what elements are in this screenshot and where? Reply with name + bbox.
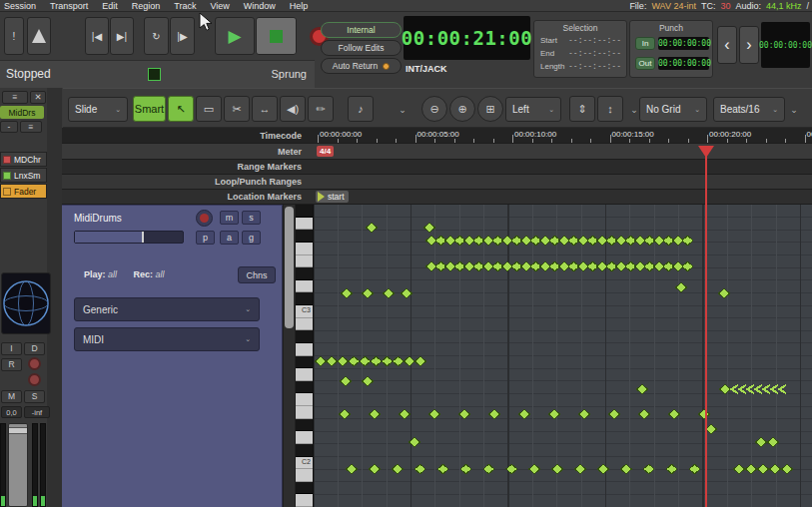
cut-tool-button[interactable]: ✂ — [224, 96, 250, 122]
track-gain-slider[interactable] — [74, 231, 184, 244]
goto-start-button[interactable]: |◀ — [85, 17, 109, 55]
grid-mode-select[interactable]: No Grid ⌄ — [639, 97, 707, 122]
scroll-forward-button[interactable]: › — [739, 26, 759, 64]
strip-record-button[interactable]: R — [1, 358, 22, 371]
panner-widget[interactable] — [1, 272, 51, 334]
record-enable-button[interactable] — [196, 210, 213, 227]
track-name[interactable]: MidiDrums — [74, 213, 122, 224]
punch-in-button[interactable]: In — [635, 37, 655, 50]
gain-fader[interactable] — [8, 423, 28, 507]
slider-thumb[interactable] — [142, 232, 144, 243]
grab-tool-button[interactable]: ↖ — [168, 96, 194, 122]
selection-row-value[interactable]: --:--:--:-- — [568, 62, 621, 71]
track-group-button[interactable]: g — [242, 231, 261, 245]
piano-keyboard[interactable]: C3C2 — [296, 205, 314, 507]
piano-white-key[interactable] — [296, 280, 313, 293]
snap-unit-select[interactable]: Beats/16 ⌄ — [713, 97, 785, 122]
piano-black-key[interactable] — [296, 230, 313, 243]
menu-transport[interactable]: Transport — [50, 0, 88, 12]
zoom-session-button[interactable]: ⊞ — [477, 96, 503, 122]
piano-black-key[interactable] — [296, 356, 313, 369]
play-range-button[interactable]: |▶ — [170, 17, 195, 55]
piano-black-key[interactable] — [296, 482, 313, 495]
piano-white-key[interactable] — [296, 218, 313, 231]
location-marker-start[interactable]: start — [316, 191, 349, 203]
menu-track[interactable]: Track — [174, 0, 196, 12]
gain-knob[interactable] — [28, 373, 41, 386]
follow-edits-toggle[interactable]: Follow Edits — [321, 40, 402, 56]
menu-region[interactable]: Region — [132, 0, 161, 12]
piano-black-key[interactable] — [296, 267, 313, 280]
ruler-row-location-markers[interactable]: Location Markersstart — [62, 190, 812, 205]
scroll-back-button[interactable]: ‹ — [717, 26, 737, 64]
play-button[interactable]: ▶ — [215, 17, 255, 55]
midi-bank-select[interactable]: Generic ⌄ — [74, 297, 260, 321]
piano-black-key[interactable] — [296, 419, 313, 432]
piano-white-key[interactable] — [296, 255, 313, 268]
strip-solo-button[interactable]: S — [24, 390, 45, 403]
selection-row-value[interactable]: --:--:--:-- — [568, 49, 621, 58]
track-mute-button[interactable]: m — [220, 211, 239, 225]
edit-note-tool-button[interactable]: ♪ — [348, 96, 374, 122]
track-automation-button[interactable]: a — [220, 231, 239, 245]
zoom-out-button[interactable]: ⊖ — [421, 96, 447, 122]
sync-source-label[interactable]: INT/JACK — [406, 64, 447, 74]
piano-white-key[interactable] — [296, 393, 313, 406]
secondary-clock[interactable]: 00:00:00:00 — [761, 22, 810, 68]
primary-clock[interactable]: 00:00:21:00 — [404, 16, 530, 60]
playhead-line[interactable] — [705, 146, 707, 507]
piano-black-key[interactable] — [296, 205, 313, 218]
draw-tool-button[interactable]: ✏ — [308, 96, 334, 122]
track-solo-button[interactable]: s — [242, 211, 261, 225]
overflow-chevron-icon[interactable]: ⌄ — [627, 101, 641, 119]
piano-white-key[interactable] — [296, 406, 313, 419]
zoom-in-button[interactable]: ⊕ — [449, 96, 475, 122]
strip-track-chip[interactable]: MidDrs — [0, 106, 44, 119]
track-header-mididrums[interactable]: MidiDrums m s p a g Play: all Rec: all C… — [62, 205, 283, 507]
internal-toggle[interactable]: Internal — [321, 22, 402, 38]
shrink-tracks-button[interactable]: ⇕ — [569, 96, 595, 122]
ruler-row-loop-punch-ranges[interactable]: Loop/Punch Ranges — [62, 175, 812, 190]
piano-white-key[interactable] — [296, 368, 313, 381]
input-button[interactable]: I — [1, 342, 22, 355]
metronome-button[interactable] — [27, 17, 51, 55]
piano-white-key[interactable]: C2 — [296, 457, 313, 470]
track-playlist-button[interactable]: p — [196, 231, 215, 245]
piano-white-key[interactable] — [296, 243, 313, 255]
punch-out-button[interactable]: Out — [635, 57, 655, 70]
trim-knob[interactable] — [28, 357, 41, 370]
piano-white-key[interactable] — [296, 469, 313, 482]
expand-tracks-button[interactable]: ↕ — [597, 96, 623, 122]
midi-patch-select[interactable]: MIDI ⌄ — [74, 327, 260, 351]
midi-grid[interactable] — [314, 205, 812, 507]
menu-edit[interactable]: Edit — [102, 0, 118, 12]
punch-out-time[interactable]: 00:00:00:00 — [658, 57, 709, 70]
piano-white-key[interactable]: C3 — [296, 305, 313, 318]
piano-white-key[interactable] — [296, 343, 313, 356]
piano-black-key[interactable] — [296, 444, 313, 457]
vertical-scrollbar[interactable] — [283, 205, 296, 507]
zoom-focus-select[interactable]: Left ⌄ — [505, 97, 561, 122]
loop-button[interactable]: ↻ — [144, 17, 169, 55]
range-tool-button[interactable]: ▭ — [196, 96, 222, 122]
disk-button[interactable]: D — [24, 342, 45, 355]
selection-row-value[interactable]: --:--:--:-- — [568, 36, 621, 45]
goto-end-button[interactable]: ▶| — [110, 17, 134, 55]
piano-black-key[interactable] — [296, 292, 313, 305]
menu-window[interactable]: Window — [244, 0, 276, 12]
strip-mute-button[interactable]: M — [1, 390, 22, 403]
status-indicator[interactable] — [148, 68, 161, 81]
piano-white-key[interactable] — [296, 494, 313, 507]
ruler-content[interactable] — [314, 160, 812, 174]
piano-white-key[interactable] — [296, 431, 313, 444]
stretch-tool-button[interactable]: ↔ — [252, 96, 278, 122]
piano-white-key[interactable] — [296, 318, 313, 331]
ruler-row-range-markers[interactable]: Range Markers — [62, 160, 812, 175]
ruler-content[interactable]: 00:00:00:0000:00:05:0000:00:10:0000:00:1… — [314, 128, 812, 143]
smart-mode-button[interactable]: Smart — [133, 96, 166, 122]
strip-close-button[interactable]: ✕ — [30, 91, 46, 104]
scrollbar-thumb[interactable] — [285, 207, 294, 328]
overflow-chevron-icon[interactable]: ⌄ — [396, 101, 409, 119]
piano-black-key[interactable] — [296, 330, 313, 343]
punch-in-time[interactable]: 00:00:00:00 — [658, 37, 709, 50]
